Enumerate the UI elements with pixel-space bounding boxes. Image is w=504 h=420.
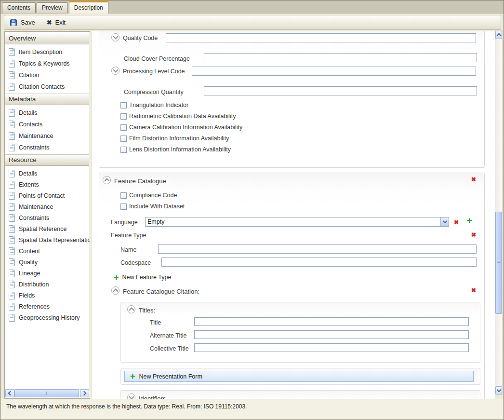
metadata-editor-window: Contents Preview Description Save ✖ Exit… bbox=[0, 0, 504, 420]
sidebar-item-item-description[interactable]: Item Description bbox=[5, 46, 90, 58]
processing-level-code-expander[interactable] bbox=[111, 67, 119, 75]
sidebar-item-fields[interactable]: Fields bbox=[5, 290, 90, 301]
collective-title-input[interactable] bbox=[194, 343, 469, 352]
sidebar-horizontal-scrollbar[interactable] bbox=[5, 389, 89, 397]
quality-code-expander[interactable] bbox=[111, 33, 119, 41]
sidebar-item-citation[interactable]: Citation bbox=[5, 69, 90, 81]
content-vertical-scrollbar[interactable] bbox=[495, 30, 503, 395]
identifiers-group bbox=[120, 390, 480, 399]
sidebar-item-lineage[interactable]: Lineage bbox=[5, 268, 90, 279]
document-icon bbox=[9, 60, 15, 68]
delete-icon[interactable]: ✖ bbox=[454, 219, 459, 226]
document-icon bbox=[9, 281, 15, 288]
checkbox-icon[interactable] bbox=[120, 147, 127, 153]
feature-catalogue-collapse[interactable] bbox=[103, 176, 111, 184]
sidebar-item-metadata-maintenance[interactable]: Maintenance bbox=[5, 130, 90, 142]
vertical-scrollbar-thumb[interactable] bbox=[495, 212, 502, 314]
document-icon bbox=[9, 170, 15, 177]
feature-catalogue-citation-title: Feature Catalogue Citation: bbox=[123, 288, 199, 295]
tab-contents[interactable]: Contents bbox=[2, 2, 36, 13]
sidebar-item-points-of-contact[interactable]: Points of Contact bbox=[5, 190, 90, 201]
sidebar-item-label: Contacts bbox=[19, 121, 42, 128]
triangulation-indicator-checkbox[interactable]: Triangulation Indicator bbox=[120, 102, 188, 108]
sidebar-item-label: Spatial Data Representation bbox=[19, 237, 90, 244]
sidebar-item-references[interactable]: References bbox=[5, 301, 90, 312]
feature-catalogue-citation-collapse[interactable] bbox=[111, 286, 119, 295]
lens-distortion-checkbox[interactable]: Lens Distortion Information Availability bbox=[120, 146, 231, 153]
scroll-up-button[interactable] bbox=[495, 31, 502, 39]
sidebar-item-label: Distribution bbox=[19, 281, 49, 288]
chevron-up-icon bbox=[129, 307, 134, 312]
sidebar-item-metadata-constraints[interactable]: Constraints bbox=[5, 142, 90, 153]
tab-preview[interactable]: Preview bbox=[37, 2, 68, 13]
delete-icon[interactable]: ✖ bbox=[471, 287, 476, 294]
radiometric-calibration-checkbox[interactable]: Radiometric Calibration Data Availabilit… bbox=[120, 113, 236, 120]
cloud-cover-percentage-input[interactable] bbox=[204, 53, 477, 62]
sidebar-item-extents[interactable]: Extents bbox=[5, 179, 90, 190]
sidebar-item-distribution[interactable]: Distribution bbox=[5, 279, 90, 290]
checkbox-icon[interactable] bbox=[120, 102, 127, 108]
checkbox-label: Camera Calibration Information Availabil… bbox=[129, 124, 242, 131]
sidebar-item-metadata-details[interactable]: Details bbox=[5, 107, 90, 119]
sidebar-item-citation-contacts[interactable]: Citation Contacts bbox=[5, 81, 90, 93]
scroll-down-button[interactable] bbox=[495, 386, 502, 394]
delete-icon[interactable]: ✖ bbox=[471, 231, 476, 238]
tab-description[interactable]: Description bbox=[69, 1, 108, 14]
checkbox-icon[interactable] bbox=[120, 203, 127, 210]
sidebar-item-spatial-data-representation[interactable]: Spatial Data Representation bbox=[5, 234, 90, 245]
language-value: Empty bbox=[146, 218, 440, 225]
dropdown-button[interactable] bbox=[440, 217, 449, 226]
compression-quantity-input[interactable] bbox=[204, 86, 477, 95]
sidebar-item-spatial-reference[interactable]: Spatial Reference bbox=[5, 223, 90, 234]
identifiers-expander[interactable] bbox=[127, 393, 135, 399]
sidebar-item-label: Constraints bbox=[19, 144, 49, 151]
sidebar-item-label: Maintenance bbox=[19, 203, 53, 210]
quality-code-input[interactable] bbox=[166, 33, 476, 42]
status-bar: The wavelength at which the response is … bbox=[0, 399, 504, 420]
new-presentation-form-button[interactable]: + New Presentation Form bbox=[124, 371, 474, 382]
compliance-code-checkbox[interactable]: Compliance Code bbox=[120, 192, 177, 199]
title-input[interactable] bbox=[194, 317, 469, 326]
alternate-title-input[interactable] bbox=[194, 330, 469, 339]
camera-calibration-checkbox[interactable]: Camera Calibration Information Availabil… bbox=[120, 124, 242, 131]
sidebar-item-label: Citation bbox=[19, 72, 39, 79]
delete-icon[interactable]: ✖ bbox=[471, 176, 476, 183]
sidebar-item-content[interactable]: Content bbox=[5, 245, 90, 257]
sidebar-section-overview: Overview bbox=[5, 33, 89, 44]
scroll-left-button[interactable] bbox=[5, 389, 14, 397]
horizontal-scrollbar-thumb[interactable] bbox=[14, 389, 79, 397]
cloud-cover-percentage-label: Cloud Cover Percentage bbox=[124, 55, 190, 63]
titles-collapse[interactable] bbox=[127, 305, 135, 313]
processing-level-code-input[interactable] bbox=[192, 67, 476, 76]
document-icon bbox=[9, 144, 15, 151]
sidebar-item-resource-details[interactable]: Details bbox=[5, 168, 90, 179]
add-icon[interactable]: + bbox=[467, 217, 472, 224]
feature-type-codespace-input[interactable] bbox=[161, 257, 477, 267]
scroll-right-button[interactable] bbox=[80, 389, 89, 397]
save-button[interactable]: Save bbox=[10, 19, 35, 27]
checkbox-icon[interactable] bbox=[120, 135, 127, 142]
chevron-left-icon bbox=[8, 391, 13, 396]
document-icon bbox=[9, 203, 15, 211]
grip-icon bbox=[497, 261, 501, 265]
quality-code-label: Quality Code bbox=[123, 35, 158, 42]
checkbox-icon[interactable] bbox=[120, 192, 127, 199]
new-feature-type-link[interactable]: + New Feature Type bbox=[114, 274, 171, 281]
feature-type-name-input[interactable] bbox=[158, 244, 477, 254]
add-icon: + bbox=[114, 274, 119, 281]
sidebar-item-resource-maintenance[interactable]: Maintenance bbox=[5, 201, 90, 212]
checkbox-icon[interactable] bbox=[120, 113, 127, 120]
sidebar-item-resource-constraints[interactable]: Constraints bbox=[5, 212, 90, 223]
sidebar-item-quality[interactable]: Quality bbox=[5, 257, 90, 268]
title-label: Title bbox=[150, 319, 161, 326]
checkbox-icon[interactable] bbox=[120, 124, 127, 131]
language-select[interactable]: Empty bbox=[145, 217, 449, 227]
include-with-dataset-checkbox[interactable]: Include With Dataset bbox=[120, 203, 185, 210]
exit-button[interactable]: ✖ Exit bbox=[47, 19, 66, 26]
film-distortion-checkbox[interactable]: Film Distortion Information Availability bbox=[120, 135, 229, 142]
document-icon bbox=[9, 214, 15, 222]
sidebar-item-metadata-contacts[interactable]: Contacts bbox=[5, 119, 90, 130]
sidebar-item-geoprocessing-history[interactable]: Geoprocessing History bbox=[5, 312, 90, 323]
sidebar-item-topics-keywords[interactable]: Topics & Keywords bbox=[5, 58, 90, 69]
processing-level-code-label: Processing Level Code bbox=[123, 68, 185, 75]
